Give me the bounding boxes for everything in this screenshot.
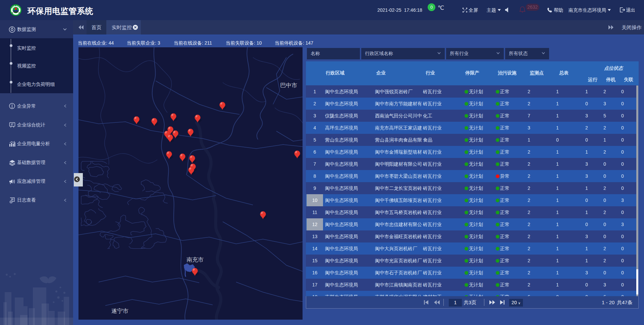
svg-text:南充市: 南充市 — [186, 257, 204, 263]
svg-text:遂宁市: 遂宁市 — [111, 308, 128, 314]
svg-text:巴中市: 巴中市 — [280, 82, 297, 89]
